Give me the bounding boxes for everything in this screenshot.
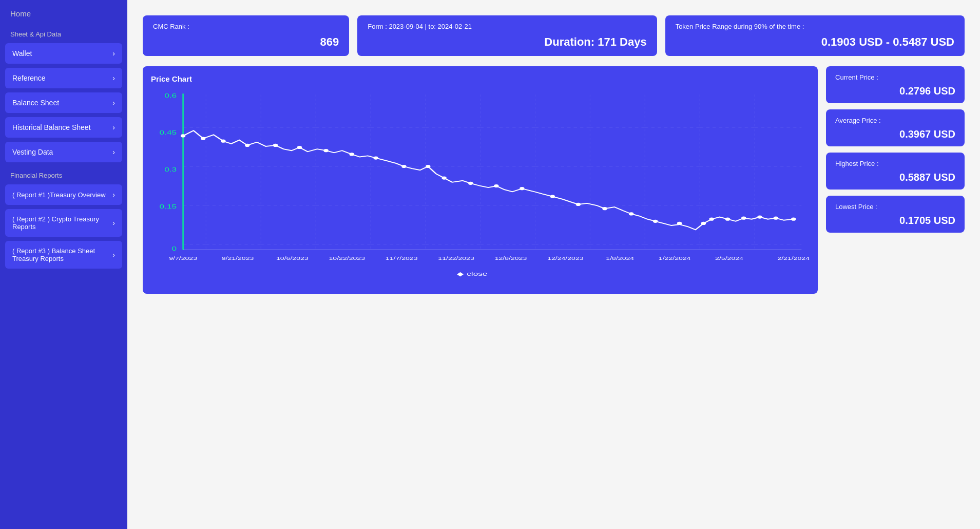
svg-point-15 — [349, 153, 354, 156]
svg-text:◆ close: ◆ close — [457, 271, 487, 277]
svg-text:12/8/2023: 12/8/2023 — [495, 255, 527, 261]
svg-text:0.6: 0.6 — [164, 92, 177, 99]
svg-text:2/21/2024: 2/21/2024 — [777, 255, 810, 261]
svg-point-26 — [629, 212, 633, 215]
svg-point-16 — [373, 156, 378, 159]
chart-container: Price Chart 0.6 0.45 0.3 0.15 — [143, 66, 818, 294]
svg-rect-0 — [183, 93, 802, 250]
svg-point-30 — [709, 218, 714, 221]
chevron-right-icon: › — [112, 74, 115, 82]
svg-point-27 — [653, 220, 658, 223]
svg-point-28 — [677, 222, 682, 225]
chart-svg-wrapper: 0.6 0.45 0.3 0.15 0 — [151, 88, 810, 286]
sidebar-section-sheet-api: Sheet & Api Data — [0, 23, 127, 41]
price-cards-column: Current Price : 0.2796 USD Average Price… — [826, 66, 965, 294]
svg-point-10 — [221, 140, 225, 143]
average-price-label: Average Price : — [835, 117, 955, 124]
sidebar-section-financial-reports: Financial Reports — [0, 164, 127, 182]
sidebar-item-report2[interactable]: ( Report #2 ) Crypto Treasury Reports › — [5, 209, 122, 237]
lowest-price-card: Lowest Price : 0.1705 USD — [826, 196, 965, 233]
svg-text:9/7/2023: 9/7/2023 — [169, 255, 197, 261]
top-cards-row: CMC Rank : 869 Form : 2023-09-04 | to: 2… — [143, 15, 965, 56]
svg-text:10/6/2023: 10/6/2023 — [276, 255, 309, 261]
svg-text:0.15: 0.15 — [160, 203, 177, 210]
duration-card: Form : 2023-09-04 | to: 2024-02-21 Durat… — [357, 15, 657, 56]
highest-price-label: Highest Price : — [835, 160, 955, 167]
current-price-card: Current Price : 0.2796 USD — [826, 66, 965, 103]
svg-point-18 — [426, 165, 430, 168]
svg-point-22 — [520, 187, 524, 190]
svg-point-24 — [576, 203, 581, 206]
price-chart-svg: 0.6 0.45 0.3 0.15 0 — [151, 88, 810, 284]
sidebar-item-report1[interactable]: ( Report #1 )Treasury Overview › — [5, 184, 122, 205]
chevron-right-icon: › — [112, 49, 115, 58]
svg-point-21 — [494, 184, 498, 187]
chevron-right-icon: › — [112, 148, 115, 156]
sidebar-item-vesting-data[interactable]: Vesting Data › — [5, 142, 122, 162]
chevron-right-icon: › — [112, 99, 115, 107]
chevron-right-icon: › — [112, 191, 115, 199]
svg-text:0: 0 — [171, 245, 177, 252]
svg-point-14 — [323, 149, 328, 152]
svg-point-33 — [757, 216, 762, 219]
svg-text:9/21/2023: 9/21/2023 — [222, 255, 254, 261]
svg-text:1/8/2024: 1/8/2024 — [606, 255, 634, 261]
svg-text:2/5/2024: 2/5/2024 — [715, 255, 743, 261]
svg-point-31 — [725, 218, 730, 221]
sidebar-item-reference[interactable]: Reference › — [5, 68, 122, 88]
cmc-rank-label: CMC Rank : — [153, 23, 339, 30]
svg-text:11/22/2023: 11/22/2023 — [438, 255, 474, 261]
highest-price-card: Highest Price : 0.5887 USD — [826, 153, 965, 190]
svg-point-11 — [245, 144, 249, 147]
price-range-card: Token Price Range during 90% of the time… — [665, 15, 965, 56]
chevron-right-icon: › — [112, 219, 115, 227]
svg-point-13 — [297, 146, 302, 149]
svg-point-35 — [791, 218, 796, 221]
chevron-right-icon: › — [112, 251, 115, 259]
lowest-price-label: Lowest Price : — [835, 203, 955, 211]
svg-point-20 — [468, 182, 473, 185]
svg-point-19 — [441, 177, 446, 180]
svg-point-25 — [602, 207, 607, 210]
sidebar-item-wallet[interactable]: Wallet › — [5, 43, 122, 64]
svg-point-8 — [181, 134, 185, 137]
main-body: Price Chart 0.6 0.45 0.3 0.15 — [143, 66, 965, 294]
svg-point-17 — [401, 165, 406, 168]
cmc-rank-card: CMC Rank : 869 — [143, 15, 349, 56]
current-price-label: Current Price : — [835, 73, 955, 81]
lowest-price-value: 0.1705 USD — [835, 215, 955, 226]
average-price-card: Average Price : 0.3967 USD — [826, 109, 965, 146]
duration-value: Duration: 171 Days — [368, 35, 646, 49]
main-content: CMC Rank : 869 Form : 2023-09-04 | to: 2… — [127, 0, 980, 529]
cmc-rank-value: 869 — [153, 35, 339, 49]
sidebar: Home Sheet & Api Data Wallet › Reference… — [0, 0, 127, 529]
svg-point-29 — [701, 222, 706, 225]
svg-point-12 — [273, 144, 278, 147]
svg-text:11/7/2023: 11/7/2023 — [386, 255, 418, 261]
svg-point-32 — [741, 217, 746, 220]
price-range-label: Token Price Range during 90% of the time… — [676, 23, 954, 30]
highest-price-value: 0.5887 USD — [835, 172, 955, 183]
svg-text:10/22/2023: 10/22/2023 — [329, 255, 366, 261]
sidebar-item-balance-sheet[interactable]: Balance Sheet › — [5, 92, 122, 113]
duration-label: Form : 2023-09-04 | to: 2024-02-21 — [368, 23, 646, 30]
svg-text:0.3: 0.3 — [164, 166, 177, 173]
current-price-value: 0.2796 USD — [835, 85, 955, 97]
svg-point-34 — [774, 217, 778, 220]
chart-title: Price Chart — [151, 74, 810, 83]
sidebar-item-historical-balance-sheet[interactable]: Historical Balance Sheet › — [5, 117, 122, 138]
svg-text:12/24/2023: 12/24/2023 — [547, 255, 584, 261]
svg-point-9 — [201, 137, 205, 140]
price-range-value: 0.1903 USD - 0.5487 USD — [676, 35, 954, 49]
sidebar-home: Home — [0, 0, 127, 23]
sidebar-item-report3[interactable]: ( Report #3 ) Balance Sheet Treasury Rep… — [5, 241, 122, 269]
svg-text:0.45: 0.45 — [160, 129, 177, 136]
svg-point-23 — [550, 195, 555, 198]
average-price-value: 0.3967 USD — [835, 128, 955, 140]
svg-text:1/22/2024: 1/22/2024 — [659, 255, 691, 261]
chevron-right-icon: › — [112, 123, 115, 131]
